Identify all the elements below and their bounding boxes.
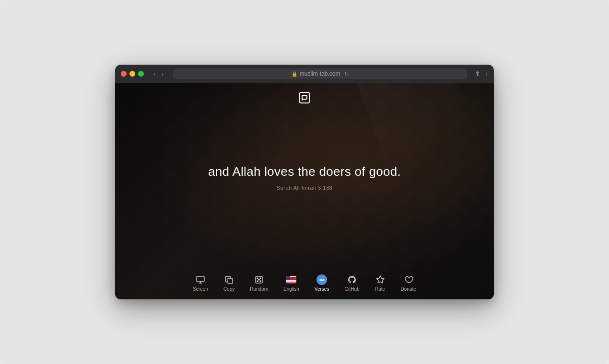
english-label: English: [283, 286, 299, 292]
quote-source: Surah Ali Imran 3:138: [208, 185, 401, 191]
desktop: ‹ › 🔒 muslim-tab.com ↻ ⬆ +: [0, 0, 609, 364]
reload-icon: ↻: [344, 71, 349, 77]
browser-chrome: ‹ › 🔒 muslim-tab.com ↻ ⬆ +: [115, 65, 494, 83]
english-flag-icon: [286, 274, 296, 285]
url-text: muslim-tab.com: [300, 70, 340, 77]
browser-actions: ⬆ +: [475, 70, 488, 78]
toolbar-item-rate[interactable]: Rate: [367, 272, 393, 295]
svg-point-5: [260, 278, 261, 279]
nav-buttons: ‹ ›: [152, 69, 165, 78]
verses-icon: 366: [316, 274, 327, 285]
svg-rect-2: [228, 278, 233, 284]
bottom-toolbar: Screen Copy: [115, 267, 494, 299]
address-bar[interactable]: 🔒 muslim-tab.com ↻: [173, 68, 467, 79]
us-flag: [286, 276, 296, 284]
minimize-button[interactable]: [129, 71, 135, 77]
quote-text: and Allah loves the doers of good.: [208, 163, 401, 180]
verses-badge: 366: [316, 274, 327, 285]
rate-star-icon: [375, 274, 386, 285]
svg-point-8: [260, 281, 261, 282]
toolbar-item-english[interactable]: English: [276, 272, 307, 295]
forward-button[interactable]: ›: [160, 69, 166, 78]
quote-section: and Allah loves the doers of good. Surah…: [189, 163, 420, 191]
github-icon: [347, 274, 357, 285]
toolbar-item-copy[interactable]: Copy: [216, 272, 242, 295]
random-label: Random: [250, 286, 268, 292]
donate-heart-icon: [403, 274, 414, 285]
toolbar-item-random[interactable]: Random: [242, 272, 276, 295]
screen-label: Screen: [193, 286, 208, 292]
svg-point-7: [257, 281, 258, 282]
toolbar-item-github[interactable]: GitHub: [337, 272, 367, 295]
toolbar-item-verses[interactable]: 366 Verses: [307, 272, 337, 295]
screen-icon: [195, 274, 206, 285]
browser-window: ‹ › 🔒 muslim-tab.com ↻ ⬆ +: [115, 65, 494, 299]
svg-point-6: [258, 279, 259, 280]
svg-rect-1: [197, 276, 204, 282]
svg-point-4: [257, 278, 258, 279]
copy-icon: [224, 274, 234, 285]
share-button[interactable]: ⬆: [475, 70, 480, 78]
donate-label: Donate: [401, 286, 416, 292]
back-button[interactable]: ‹: [152, 69, 158, 78]
random-icon: [254, 274, 264, 285]
rate-label: Rate: [375, 286, 385, 292]
copy-label: Copy: [223, 286, 234, 292]
toolbar-item-screen[interactable]: Screen: [185, 272, 216, 295]
traffic-lights: [121, 71, 144, 77]
close-button[interactable]: [121, 71, 127, 77]
github-label: GitHub: [344, 286, 359, 292]
browser-content: and Allah loves the doers of good. Surah…: [115, 83, 494, 299]
new-tab-button[interactable]: +: [484, 70, 488, 78]
verses-label: Verses: [315, 286, 329, 292]
lock-icon: 🔒: [292, 71, 297, 77]
toolbar-item-donate[interactable]: Donate: [393, 272, 424, 295]
maximize-button[interactable]: [138, 71, 144, 77]
